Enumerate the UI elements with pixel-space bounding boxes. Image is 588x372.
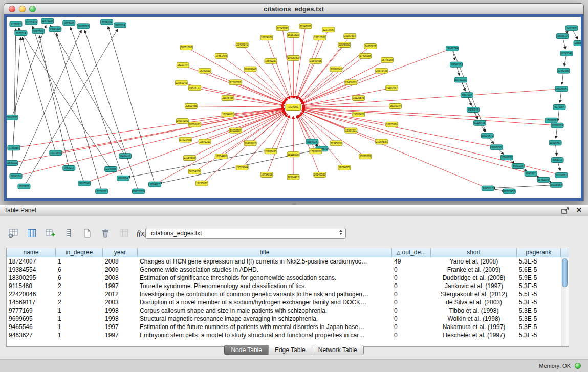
graph-node[interactable]: 18325910 <box>386 122 398 127</box>
graph-node[interactable]: 8995034 <box>119 154 132 159</box>
graph-node[interactable]: 8850514 <box>15 31 27 36</box>
graph-node[interactable]: 21548093 <box>338 42 351 48</box>
graph-node[interactable]: 9687501 <box>32 29 45 34</box>
graph-node[interactable]: 11240568 <box>105 167 117 172</box>
graph-node[interactable]: 9505135 <box>18 184 30 189</box>
graph-node[interactable]: 10590234 <box>551 123 563 128</box>
window-titlebar[interactable]: citations_edges.txt <box>4 4 583 14</box>
graph-node[interactable]: 18904412 <box>287 174 299 180</box>
graph-node[interactable]: 19652307 <box>229 128 242 133</box>
graph-node[interactable]: 9154318 <box>306 139 318 144</box>
graph-node[interactable]: 9273445 <box>63 20 75 26</box>
graph-node[interactable]: 9902214 <box>114 23 126 28</box>
graph-node[interactable]: 17851409 <box>215 53 227 58</box>
graph-node[interactable]: 11025540 <box>78 181 91 186</box>
graph-node[interactable]: 11003267 <box>77 24 90 29</box>
table-mode-button[interactable] <box>6 226 20 240</box>
graph-node[interactable]: 20871435 <box>376 68 388 73</box>
graph-node[interactable]: 9155632 <box>10 21 22 27</box>
column-header-pagerank[interactable]: pagerank <box>517 248 561 257</box>
graph-node[interactable]: 8955317 <box>551 158 563 163</box>
graph-node[interactable]: 16129875 <box>353 96 365 101</box>
graph-node[interactable]: 11475228 <box>41 18 54 24</box>
row-list-button[interactable] <box>61 226 76 240</box>
graph-node[interactable]: 20981435 <box>265 149 277 154</box>
graph-node[interactable]: 10034582 <box>555 172 568 178</box>
column-header-in_degree[interactable]: in_degree <box>56 248 103 257</box>
graph-node[interactable]: 9245012 <box>482 186 494 191</box>
table-row[interactable]: 946362711997Embryonic stem cells: a mode… <box>7 331 561 339</box>
graph-node[interactable]: 16478120 <box>244 141 256 146</box>
vertical-scrollbar[interactable] <box>561 257 569 346</box>
graph-node[interactable]: 9450217 <box>63 166 75 171</box>
network-selector-dropdown[interactable]: citations_edges.txt <box>145 228 346 239</box>
table-row[interactable]: 969969511998Structural magnetic resonanc… <box>7 315 561 323</box>
graph-node[interactable]: 10223891 <box>50 150 62 156</box>
graph-node[interactable]: 9155985 <box>8 145 20 150</box>
table-row[interactable]: 1938455462009Genome-wide association stu… <box>7 266 561 274</box>
table-row[interactable]: 2242004622012Investigating the contribut… <box>7 290 561 298</box>
graph-node[interactable]: 18223744 <box>177 62 189 68</box>
column-header-short[interactable]: short <box>431 248 517 257</box>
graph-node[interactable]: 20812455 <box>185 104 197 109</box>
graph-node[interactable]: 17254402 <box>215 154 227 159</box>
graph-node[interactable]: 16251802 <box>287 33 299 38</box>
graph-node[interactable]: 16342010 <box>199 68 211 73</box>
graph-node[interactable]: 17409258 <box>359 53 372 58</box>
graph-node[interactable]: 11548008 <box>299 24 312 29</box>
delete-row-button[interactable] <box>98 226 113 240</box>
graph-node[interactable]: 8771203 <box>96 189 108 194</box>
graph-node[interactable]: 19234871 <box>338 165 351 170</box>
graph-node[interactable]: 19482067 <box>386 85 398 91</box>
graph-node[interactable]: 8804556 <box>10 173 22 179</box>
graph-node[interactable]: 8672109 <box>512 164 524 169</box>
graph-node[interactable]: 16840257 <box>265 58 277 63</box>
table-row[interactable]: 911546021997Tourette syndrome. Phenomeno… <box>7 282 561 290</box>
graph-node[interactable]: 9417805 <box>565 26 578 31</box>
graph-node[interactable]: 20551301 <box>180 45 192 50</box>
graph-node[interactable]: 9964218 <box>450 62 462 67</box>
graph-node[interactable]: 10568213 <box>574 41 581 46</box>
graph-node[interactable]: 18294061 <box>222 112 234 117</box>
graph-node[interactable]: 18710562 <box>314 35 326 40</box>
graph-node[interactable]: 20145530 <box>314 172 326 177</box>
graph-node[interactable]: 16554208 <box>188 169 201 174</box>
graph-node[interactable]: 22406141 <box>236 42 248 48</box>
graph-node[interactable]: 10024871 <box>481 133 493 138</box>
scrollbar-thumb[interactable] <box>562 258 568 287</box>
graph-node[interactable]: 9388256 <box>490 145 503 150</box>
graph-node[interactable]: 16754208 <box>260 172 273 177</box>
tab-node-table[interactable]: Node Table <box>224 345 269 355</box>
graph-node[interactable]: 11482076 <box>537 177 550 182</box>
graph-node[interactable]: 19035782 <box>287 55 299 60</box>
graph-node[interactable]: 22751341 <box>175 80 187 85</box>
import-table-button[interactable] <box>117 226 131 240</box>
graph-node[interactable]: 19578122 <box>188 85 201 91</box>
graph-node[interactable]: 19307102 <box>176 118 188 123</box>
close-panel-icon[interactable]: ✕ <box>576 206 582 214</box>
graph-node[interactable]: 9505619 <box>556 34 569 39</box>
network-canvas[interactable]: 9155632102554791147522888505149687501108… <box>7 17 581 198</box>
graph-node[interactable]: 12217987 <box>322 27 335 32</box>
graph-node[interactable]: 1595823 <box>545 118 557 123</box>
column-header-year[interactable]: year <box>103 248 138 257</box>
graph-node[interactable]: 19671233 <box>199 139 211 144</box>
column-header-title[interactable]: title <box>138 248 392 257</box>
graph-node[interactable]: 19645724 <box>446 46 458 51</box>
graph-node[interactable]: 18036021 <box>188 122 201 127</box>
graph-node[interactable]: 14850831 <box>364 44 377 49</box>
graph-node[interactable]: 18118290 <box>287 152 299 157</box>
graph-node[interactable]: 21084556 <box>183 156 195 161</box>
graph-node[interactable]: 9918264 <box>117 176 129 181</box>
graph-node[interactable]: 9284117 <box>149 182 161 187</box>
graph-node[interactable]: 17562083 <box>229 80 242 85</box>
graph-node[interactable]: 10964532 <box>500 155 513 160</box>
tab-edge-table[interactable]: Edge Table <box>268 345 312 355</box>
graph-node[interactable]: 10590112 <box>7 161 18 166</box>
graph-node[interactable]: 21519844 <box>236 165 248 170</box>
graph-node[interactable]: 10772455 <box>503 189 515 194</box>
graph-node[interactable]: 12547893 <box>276 26 289 31</box>
graph-node[interactable]: 21603458 <box>310 58 322 63</box>
table-row[interactable]: 946554611997Estimation of the future num… <box>7 323 561 331</box>
graph-node[interactable]: 19806423 <box>353 112 365 117</box>
